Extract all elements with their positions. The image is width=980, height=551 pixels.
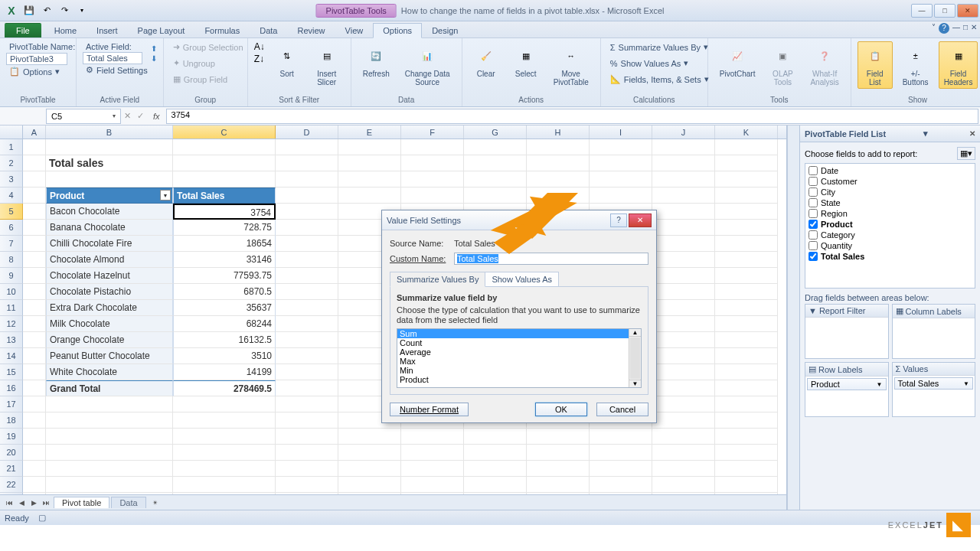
cell-B9[interactable]: Chocolate Hazelnut (46, 268, 173, 284)
workbook-restore-icon[interactable]: □ (963, 23, 968, 34)
cell-B16[interactable]: Grand Total (46, 380, 173, 396)
tab-nav-first-icon[interactable]: ⏮ (3, 499, 15, 507)
row-header-13[interactable]: 13 (0, 332, 23, 348)
cell-J2[interactable] (652, 155, 715, 171)
field-checkbox[interactable] (808, 198, 818, 207)
cell-B17[interactable] (46, 396, 173, 412)
cell-D10[interactable] (276, 284, 338, 300)
cell-A15[interactable] (23, 364, 46, 380)
cell-B7[interactable]: Chilli Chocolate Fire (46, 236, 173, 252)
cell-C18[interactable] (173, 412, 276, 429)
cell-A1[interactable] (23, 139, 46, 155)
cell-K10[interactable] (715, 284, 778, 300)
cell-G20[interactable] (464, 445, 527, 461)
row-header-3[interactable]: 3 (0, 171, 23, 187)
field-item-city[interactable]: City (807, 187, 973, 197)
cell-C17[interactable] (173, 396, 276, 412)
cell-K6[interactable] (715, 220, 778, 236)
save-icon[interactable]: 💾 (21, 2, 38, 19)
workbook-minimize-icon[interactable]: — (952, 23, 960, 34)
options-button[interactable]: 📋 Options ▾ (6, 66, 63, 77)
cell-D19[interactable] (276, 429, 338, 445)
cell-A21[interactable] (23, 461, 46, 477)
cell-C6[interactable]: 728.75 (173, 220, 276, 236)
field-checkbox[interactable] (808, 252, 818, 261)
cell-J22[interactable] (652, 477, 715, 493)
calc-option-count[interactable]: Count (397, 338, 629, 347)
cell-B14[interactable]: Peanut Butter Chocolate (46, 348, 173, 364)
cell-A6[interactable] (23, 220, 46, 236)
field-item-product[interactable]: Product (807, 219, 973, 230)
cell-D12[interactable] (276, 316, 338, 332)
row-header-9[interactable]: 9 (0, 268, 23, 284)
cell-K12[interactable] (715, 316, 778, 332)
field-settings-button[interactable]: ⚙ Field Settings (83, 64, 151, 76)
cell-F22[interactable] (401, 477, 464, 493)
minimize-ribbon-icon[interactable]: ˅ (932, 23, 936, 34)
cell-B15[interactable]: White Chocolate (46, 364, 173, 380)
field-list-button[interactable]: 📋Field List (858, 41, 893, 89)
row-header-17[interactable]: 17 (0, 396, 23, 412)
tab-insert[interactable]: Insert (87, 23, 128, 37)
cell-J15[interactable] (652, 364, 715, 380)
row-header-15[interactable]: 15 (0, 364, 23, 380)
cell-K8[interactable] (715, 252, 778, 268)
dialog-titlebar[interactable]: Value Field Settings ? ✕ (382, 210, 656, 230)
cell-A18[interactable] (23, 412, 46, 429)
cell-I4[interactable] (590, 187, 652, 204)
workbook-close-icon[interactable]: ✕ (971, 23, 977, 34)
cell-A17[interactable] (23, 396, 46, 412)
cell-B8[interactable]: Chocolate Almond (46, 252, 173, 268)
cell-J19[interactable] (652, 429, 715, 445)
calc-option-sum[interactable]: Sum (397, 329, 629, 338)
sheet-tab-data[interactable]: Data (111, 497, 145, 508)
pivot-filter-icon[interactable]: ▼ (160, 190, 171, 201)
field-item-total-sales[interactable]: Total Sales (807, 251, 973, 262)
cell-J7[interactable] (652, 236, 715, 252)
row-header-2[interactable]: 2 (0, 155, 23, 171)
clear-button[interactable]: 🧹Clear (469, 41, 504, 80)
cell-J17[interactable] (652, 396, 715, 412)
field-checkbox[interactable] (808, 241, 818, 250)
field-list-dropdown-icon[interactable]: ▾ (923, 129, 928, 139)
cell-I19[interactable] (590, 429, 652, 445)
cell-D13[interactable] (276, 332, 338, 348)
cell-B11[interactable]: Extra Dark Chocolate (46, 300, 173, 316)
col-header-I[interactable]: I (590, 126, 652, 139)
tab-formulas[interactable]: Formulas (194, 23, 250, 37)
cell-D18[interactable] (276, 412, 338, 429)
cell-H3[interactable] (527, 171, 590, 187)
row-labels-zone[interactable]: ▤Row LabelsProduct▼ (805, 362, 889, 417)
pivottable-name-input[interactable] (6, 53, 67, 65)
cell-H19[interactable] (527, 429, 590, 445)
cell-J1[interactable] (652, 139, 715, 155)
cell-H4[interactable] (527, 187, 590, 204)
cell-B1[interactable] (46, 139, 173, 155)
row-header-10[interactable]: 10 (0, 284, 23, 300)
row-header-12[interactable]: 12 (0, 316, 23, 332)
excel-icon[interactable]: X (3, 2, 20, 19)
cell-J14[interactable] (652, 348, 715, 364)
field-item-state[interactable]: State (807, 197, 973, 208)
cancel-formula-icon[interactable]: ✕ (121, 111, 134, 121)
cell-K16[interactable] (715, 380, 778, 396)
col-header-A[interactable]: A (23, 126, 46, 139)
fields-items-sets-button[interactable]: 📐 Fields, Items, & Sets ▾ (607, 73, 712, 85)
cell-D11[interactable] (276, 300, 338, 316)
cell-J5[interactable] (652, 204, 715, 220)
cell-A8[interactable] (23, 252, 46, 268)
cell-K13[interactable] (715, 332, 778, 348)
tab-nav-prev-icon[interactable]: ◀ (15, 499, 28, 507)
qat-dropdown-icon[interactable]: ▾ (74, 2, 90, 19)
cancel-button[interactable]: Cancel (596, 403, 648, 416)
cell-C14[interactable]: 3510 (173, 348, 276, 364)
close-button[interactable]: ✕ (957, 4, 978, 18)
cell-D17[interactable] (276, 396, 338, 412)
col-header-H[interactable]: H (527, 126, 590, 139)
vertical-scrollbar[interactable] (787, 126, 799, 510)
cell-K17[interactable] (715, 396, 778, 412)
cell-A12[interactable] (23, 316, 46, 332)
cell-K19[interactable] (715, 429, 778, 445)
cell-F3[interactable] (401, 171, 464, 187)
cell-K3[interactable] (715, 171, 778, 187)
